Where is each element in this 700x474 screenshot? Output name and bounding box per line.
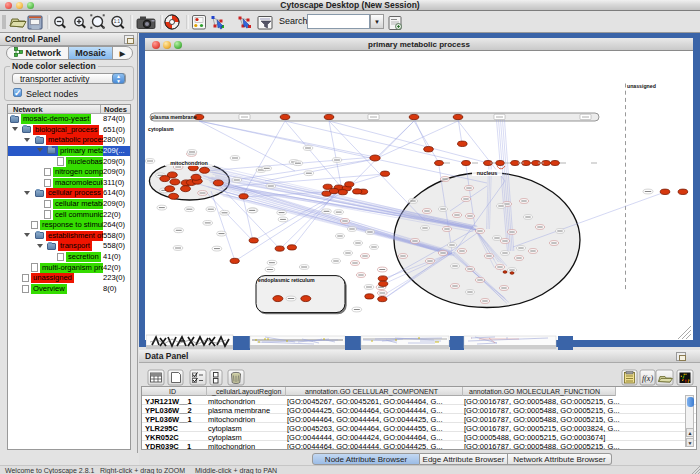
svg-text:unassigned: unassigned (627, 83, 656, 89)
svg-text:nucleus: nucleus (477, 170, 497, 176)
svg-text:endoplasmic reticulum: endoplasmic reticulum (258, 277, 315, 283)
svg-text:f(x): f(x) (642, 374, 653, 383)
svg-text:mitochondrion: mitochondrion (170, 160, 208, 166)
svg-text:cytoplasm: cytoplasm (148, 126, 174, 132)
svg-text:plasma membrane: plasma membrane (151, 114, 197, 120)
